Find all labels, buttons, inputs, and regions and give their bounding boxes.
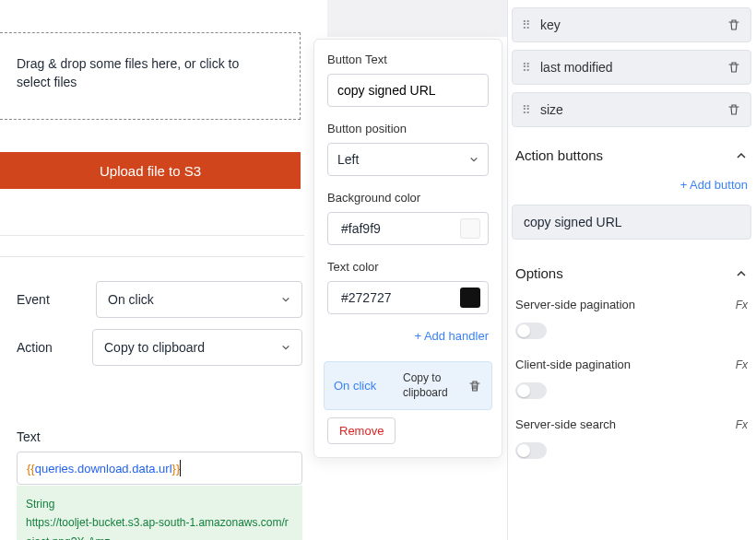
button-position-select[interactable]: Left (327, 143, 489, 176)
options-title: Options (515, 265, 563, 281)
right-panel: ⠿ key ⠿ last modified ⠿ size Action butt… (512, 7, 751, 470)
add-action-button-link[interactable]: + Add button (512, 172, 751, 205)
event-label: Event (17, 292, 81, 307)
server-side-pagination-toggle[interactable] (515, 323, 547, 339)
preview-type: String (26, 495, 293, 513)
button-config-popover: Button Text Button position Left Backgro… (313, 39, 502, 458)
text-field-label: Text (17, 429, 41, 444)
column-label: size (540, 102, 717, 117)
divider (0, 235, 304, 236)
option-server-side-search: Server-side search Fx (512, 410, 751, 439)
option-server-side-pagination: Server-side pagination Fx (512, 290, 751, 319)
action-label: Action (17, 340, 81, 355)
action-button-item[interactable]: copy signed URL (512, 205, 751, 240)
action-options-header-wrap: ACTION OPTIONS (17, 383, 302, 394)
handler-action: Copy to clipboard (403, 371, 458, 400)
text-color-input[interactable]: #272727 (327, 281, 489, 314)
button-text-label: Button Text (327, 53, 489, 66)
trash-icon[interactable] (726, 60, 741, 75)
fx-badge[interactable]: Fx (736, 418, 748, 431)
chevron-down-icon (469, 155, 478, 164)
action-button-label: copy signed URL (524, 215, 622, 229)
upload-file-button[interactable]: Upload file to S3 (0, 152, 301, 189)
drag-handle-icon[interactable]: ⠿ (522, 103, 531, 117)
divider (0, 256, 304, 257)
brace-close: }} (172, 462, 181, 475)
fx-badge[interactable]: Fx (736, 358, 748, 371)
bg-color-input[interactable]: #faf9f9 (327, 212, 489, 245)
button-position-label: Button position (327, 122, 489, 135)
action-buttons-title: Action buttons (515, 147, 603, 163)
option-label: Server-side search (515, 417, 616, 431)
drag-handle-icon[interactable]: ⠿ (522, 61, 531, 75)
column-item-last-modified[interactable]: ⠿ last modified (512, 50, 751, 85)
chevron-up-icon (735, 149, 748, 162)
text-color-label: Text color (327, 260, 489, 274)
action-select[interactable]: Copy to clipboard (92, 329, 302, 366)
left-panel: Drag & drop some files here, or click to… (0, 0, 304, 540)
column-label: key (540, 18, 717, 32)
trash-icon[interactable] (467, 379, 482, 393)
event-handler-item[interactable]: On click Copy to clipboard (324, 361, 492, 410)
event-row: Event On click (17, 281, 302, 318)
text-expression-input[interactable]: {{queries.download.data.url}} (17, 452, 302, 485)
options-section-header[interactable]: Options (512, 252, 751, 290)
drag-handle-icon[interactable]: ⠿ (522, 18, 531, 32)
right-panel-divider (507, 0, 508, 540)
action-buttons-section-header[interactable]: Action buttons (512, 135, 751, 172)
column-item-size[interactable]: ⠿ size (512, 92, 751, 127)
chevron-up-icon (735, 267, 748, 280)
handler-event: On click (334, 379, 394, 393)
event-select[interactable]: On click (96, 281, 302, 318)
bg-color-value: #faf9f9 (341, 221, 460, 236)
chevron-down-icon (281, 343, 290, 352)
center-background (327, 0, 507, 37)
button-text-input[interactable] (327, 74, 489, 107)
text-color-swatch[interactable] (460, 288, 480, 308)
option-label: Server-side pagination (515, 298, 635, 311)
button-position-value: Left (337, 152, 359, 167)
chevron-down-icon (281, 295, 290, 304)
bg-color-swatch[interactable] (460, 218, 480, 239)
column-item-key[interactable]: ⠿ key (512, 7, 751, 42)
add-handler-link[interactable]: + Add handler (327, 329, 489, 343)
text-color-value: #272727 (341, 290, 460, 305)
trash-icon[interactable] (726, 102, 741, 117)
option-label: Client-side pagination (515, 358, 631, 371)
text-cursor (180, 460, 181, 476)
remove-button[interactable]: Remove (327, 417, 396, 444)
server-side-search-toggle[interactable] (515, 442, 547, 459)
client-side-pagination-toggle[interactable] (515, 382, 547, 399)
brace-open: {{ (27, 462, 35, 475)
dropzone-text: Drag & drop some files here, or click to… (17, 55, 256, 91)
option-client-side-pagination: Client-side pagination Fx (512, 350, 751, 379)
preview-value: https://tooljet-bucket.s3.ap-south-1.ama… (26, 513, 293, 540)
expression-preview: String https://tooljet-bucket.s3.ap-sout… (17, 486, 302, 540)
action-row: Action Copy to clipboard (17, 329, 302, 366)
trash-icon[interactable] (726, 18, 741, 32)
fx-badge[interactable]: Fx (736, 299, 748, 311)
bg-color-label: Background color (327, 191, 489, 205)
expression-var: queries.download.data.url (35, 462, 172, 475)
column-label: last modified (540, 60, 717, 75)
action-value: Copy to clipboard (104, 340, 205, 355)
event-value: On click (108, 292, 154, 307)
